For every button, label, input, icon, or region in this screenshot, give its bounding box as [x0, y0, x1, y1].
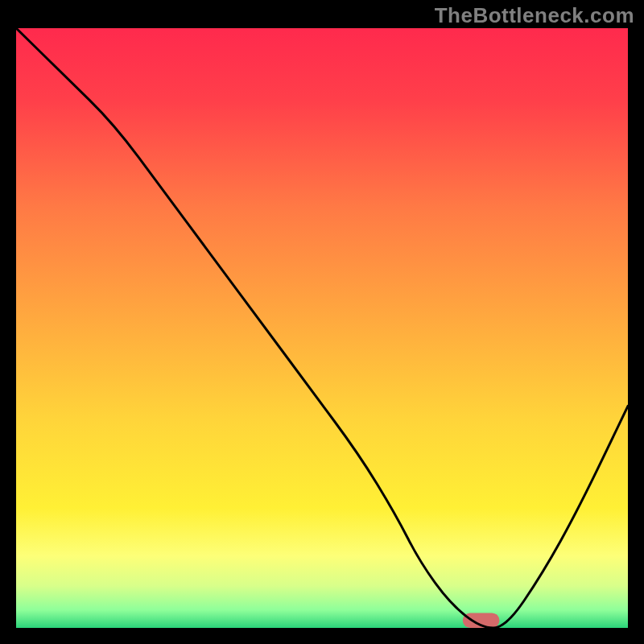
chart-svg [16, 28, 628, 628]
watermark-text: TheBottleneck.com [435, 3, 634, 28]
chart-frame: TheBottleneck.com [0, 0, 644, 644]
plot-area [16, 28, 628, 628]
